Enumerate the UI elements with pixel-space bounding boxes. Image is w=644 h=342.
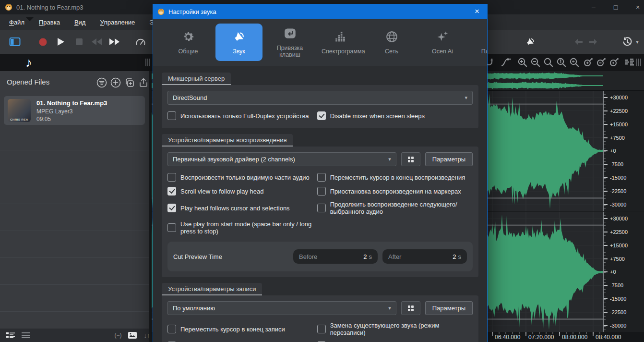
checkbox-pause-on-markers[interactable]: Приостановка воспроизведения на маркерах bbox=[317, 187, 473, 195]
recording-device-dropdown[interactable]: По умолчанию ▾ bbox=[167, 301, 396, 315]
grid-icon bbox=[408, 305, 414, 311]
tab-network[interactable]: Сеть bbox=[368, 24, 415, 61]
undo-icon[interactable] bbox=[572, 30, 585, 54]
list-compact-icon[interactable] bbox=[21, 330, 31, 340]
menu-view[interactable]: Вид bbox=[67, 14, 93, 30]
chevron-down-icon: ▾ bbox=[388, 156, 391, 162]
opened-files-panel: Opened Files CHRIS REA 01. Nothing to Fe… bbox=[0, 71, 149, 342]
amplitude-tick: +15000 bbox=[604, 243, 644, 248]
section-title: Устройство/параметры воспроизведения bbox=[162, 134, 293, 147]
playback-device-grid-button[interactable] bbox=[401, 152, 420, 166]
menu-file[interactable]: Файл bbox=[2, 14, 32, 30]
envelope-tool-icon[interactable] bbox=[500, 56, 513, 69]
amplitude-tick: +15000 bbox=[604, 122, 644, 127]
tab-plugins[interactable]: Плагины bbox=[470, 24, 488, 61]
checkbox-disable-mixer-sleep[interactable]: Disable mixer when screen sleeps bbox=[317, 111, 473, 120]
amplitude-ruler-right[interactable]: +30000+22500+15000+7500+0-7500-15000-225… bbox=[603, 212, 644, 332]
recording-params-button[interactable]: Параметры bbox=[425, 301, 473, 315]
list-detailed-icon[interactable] bbox=[6, 330, 15, 340]
amplitude-tick: -30000 bbox=[604, 202, 644, 207]
tab-ocen-ai[interactable]: Ocen Ai bbox=[419, 24, 466, 61]
export-icon[interactable] bbox=[138, 77, 149, 88]
cut-preview-label: Cut Preview Time bbox=[173, 253, 222, 260]
audio-tab[interactable]: ♪ bbox=[13, 54, 44, 71]
zoom-out-icon[interactable] bbox=[529, 56, 542, 69]
chevron-down-icon: ▾ bbox=[388, 305, 391, 311]
tab-key-bindings[interactable]: Привязка клавиш bbox=[266, 24, 313, 61]
album-art: CHRIS REA bbox=[8, 99, 31, 122]
dialog-title-bar: Настройки звука × bbox=[153, 4, 487, 19]
record-button[interactable] bbox=[36, 30, 50, 54]
zoom-selection-icon[interactable] bbox=[542, 56, 555, 69]
zoom-in-icon[interactable] bbox=[516, 56, 529, 69]
zoom-one-icon[interactable] bbox=[555, 56, 568, 69]
previous-button[interactable] bbox=[89, 30, 105, 54]
add-file-icon[interactable] bbox=[110, 77, 121, 88]
redo-icon[interactable] bbox=[587, 30, 599, 54]
checkbox-cursor-to-end-playback[interactable]: Переместить курсор в конец воспроизведен… bbox=[317, 173, 473, 182]
vertical-zoom-in-icon[interactable] bbox=[582, 56, 595, 69]
tab-sound[interactable]: Звук bbox=[215, 24, 262, 61]
zoom-previous-icon[interactable] bbox=[568, 56, 581, 69]
vertical-zoom-out-icon[interactable] bbox=[595, 56, 608, 69]
playback-device-dropdown[interactable]: Первичный звуковой драйвер (2 channels) … bbox=[167, 152, 396, 166]
sound-device-icon[interactable] bbox=[523, 30, 537, 54]
recording-device-grid-button[interactable] bbox=[401, 301, 420, 315]
cut-preview-before-field[interactable]: Before 2 s bbox=[293, 249, 378, 264]
vertical-zoom-reset-icon[interactable] bbox=[608, 56, 620, 69]
dialog-close-button[interactable]: × bbox=[467, 4, 487, 19]
show-art-icon[interactable] bbox=[128, 330, 137, 340]
file-list-item[interactable]: CHRIS REA 01. Nothing to Fear.mp3 MPEG L… bbox=[4, 96, 145, 125]
file-title: 01. Nothing to Fear.mp3 bbox=[36, 99, 107, 107]
puzzle-icon bbox=[487, 30, 488, 44]
amplitude-tick: +0 bbox=[604, 148, 644, 153]
duplicate-icon[interactable] bbox=[124, 77, 135, 88]
fast-forward-button[interactable] bbox=[107, 30, 123, 54]
amplitude-tick: -22500 bbox=[604, 310, 644, 315]
time-tick-label: 08:00.000 bbox=[562, 334, 587, 341]
menu-edit[interactable]: Правка bbox=[32, 14, 67, 30]
history-icon[interactable] bbox=[621, 30, 633, 54]
playback-params-button[interactable]: Параметры bbox=[425, 152, 473, 166]
level-meters-icon[interactable] bbox=[623, 56, 635, 69]
minimize-button[interactable]: – bbox=[583, 0, 605, 14]
amplitude-tick: +22500 bbox=[604, 230, 644, 234]
globe-icon bbox=[385, 30, 398, 44]
checkbox-scroll-follow-playhead[interactable]: Scroll view to follow play head bbox=[167, 187, 317, 195]
mixer-server-dropdown[interactable]: DirectSound ▾ bbox=[167, 91, 473, 105]
checkbox-full-duplex[interactable]: Использовать только Full-Duplex устройст… bbox=[167, 111, 317, 120]
play-button[interactable] bbox=[54, 30, 68, 54]
amplitude-ruler-left[interactable]: +30000+22500+15000+7500+0-7500-15000-225… bbox=[603, 91, 644, 211]
checkbox-cursor-to-end-recording[interactable]: Переместить курсор в конец записи bbox=[167, 322, 317, 336]
sparkles-icon bbox=[436, 30, 449, 44]
maximize-button[interactable]: □ bbox=[605, 0, 627, 14]
playback-speed-icon[interactable] bbox=[133, 30, 148, 54]
tab-spectrogram[interactable]: Спектрограмма bbox=[317, 24, 364, 61]
editor-panel-toggle-icon[interactable] bbox=[8, 30, 22, 54]
cut-preview-after-field[interactable]: After 2 s bbox=[382, 249, 467, 264]
close-button[interactable]: × bbox=[627, 0, 644, 14]
toolbar-grip[interactable] bbox=[145, 59, 151, 66]
amplitude-tick: -15000 bbox=[604, 175, 644, 180]
checkbox-continue-next-audio[interactable]: Продолжить воспроизведение следующего/вы… bbox=[317, 201, 473, 215]
loop-selection-icon[interactable]: (−) bbox=[113, 330, 123, 340]
checkbox-play-visible-only[interactable]: Воспроизвести только видимую части аудио bbox=[167, 173, 317, 182]
section-recording: Устройства/параметры записи По умолчанию… bbox=[162, 283, 478, 342]
album-art-caption: CHRIS REA bbox=[8, 118, 31, 121]
toolbar-grip-right[interactable] bbox=[636, 59, 642, 66]
checkbox-playhead-follows-cursor[interactable]: Play head follows cursor and selections bbox=[167, 201, 317, 215]
tab-general[interactable]: Общие bbox=[165, 24, 212, 61]
stop-button[interactable] bbox=[72, 30, 86, 54]
amplitude-tick: -22500 bbox=[604, 189, 644, 194]
app-icon bbox=[5, 3, 12, 11]
menu-control[interactable]: Управление bbox=[93, 14, 142, 30]
checkbox-play-from-start-mode[interactable]: Use play from start mode (space bar only… bbox=[167, 220, 317, 235]
sound-icon bbox=[232, 30, 246, 44]
enter-key-icon bbox=[284, 26, 297, 41]
filter-icon[interactable] bbox=[96, 77, 107, 88]
checkbox-replace-existing-audio[interactable]: Замена существующего звука (режим переза… bbox=[317, 322, 473, 336]
history-caret-icon[interactable]: ▾ bbox=[633, 30, 641, 54]
amplitude-tick: +30000 bbox=[604, 95, 644, 100]
opened-files-title: Opened Files bbox=[7, 78, 49, 86]
file-format: MPEG Layer3 bbox=[36, 108, 72, 115]
